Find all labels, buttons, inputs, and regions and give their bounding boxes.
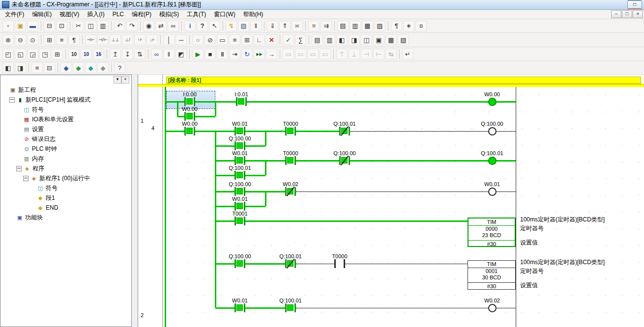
or-contact-icon[interactable]: ⊥⊥ [110, 34, 121, 45]
tree-item-plc-clock[interactable]: ⊙PLC 时钟 [0, 144, 131, 154]
zoom-10-icon[interactable]: 10 [68, 49, 80, 59]
contact-w0-01[interactable] [234, 127, 245, 136]
new-coil-nc-icon[interactable]: ⊘ [205, 34, 216, 45]
output-window-icon[interactable]: ▦ [362, 21, 373, 31]
new-contact-nc-icon[interactable]: ⊣/⊢ [97, 34, 109, 45]
run-to-cursor-icon[interactable]: → [266, 49, 277, 59]
tree-item-memory[interactable]: ▥内存 [0, 154, 131, 164]
zoom-in-icon[interactable]: ⊕ [2, 34, 14, 45]
tim-0001-block[interactable]: TIM000130 BCD#30 [468, 260, 516, 290]
pause-monitoring-icon[interactable]: ‖ [163, 49, 175, 59]
zoom-10-alt-icon[interactable]: 10 [81, 49, 92, 59]
redo-icon[interactable]: ↷ [126, 21, 138, 31]
compile-icon[interactable]: ∑ [295, 34, 306, 45]
contact-q-100-00-nc[interactable] [339, 156, 350, 165]
contact-t0000[interactable] [285, 156, 296, 165]
contact-i-0-00[interactable] [184, 97, 195, 106]
context-help-icon[interactable]: ↖ [209, 21, 220, 31]
show-monitor-icon[interactable]: ◨ [349, 34, 360, 45]
contact-w0-00[interactable] [184, 112, 195, 121]
tree-item-function-blocks[interactable]: ▣功能块 [0, 213, 131, 222]
menu-i[interactable]: 插入(I) [83, 9, 108, 20]
step-run-icon[interactable]: ⇥ [229, 49, 240, 59]
show-io-comment-icon[interactable]: ▣ [373, 34, 384, 45]
new-coil-icon[interactable]: ○ [192, 34, 204, 45]
new-instruction-icon[interactable]: ≡ [229, 34, 240, 45]
copy-icon[interactable]: ◫ [85, 21, 96, 31]
or-contact-nc-icon[interactable]: ⊥/ [122, 34, 133, 45]
view-split-icon[interactable]: ◱ [15, 49, 26, 59]
contact-w0-00[interactable] [184, 127, 195, 136]
pause-monitor-icon[interactable]: ‖ [250, 21, 262, 31]
find-icon[interactable]: ◉ [143, 21, 154, 31]
contact-q-100-01[interactable] [234, 171, 245, 180]
coil-q-100-00[interactable] [488, 127, 497, 136]
list-view-icon[interactable]: ≡ [31, 62, 43, 73]
tree-item-plc[interactable]: ▮新PLC1[CP1H] 监视模式 [0, 95, 131, 105]
undo-icon[interactable]: ↶ [114, 21, 125, 31]
show-output-icon[interactable]: ▤ [312, 34, 323, 45]
cross-reference-icon[interactable]: ▨ [374, 21, 385, 31]
clear-breakpoint-icon[interactable]: ▭ [295, 49, 306, 59]
compare-with-plc-icon[interactable]: ≍ [292, 21, 303, 31]
detail-view-icon[interactable]: ⊟ [44, 62, 55, 73]
tree-item-programs[interactable]: ◈程序 [0, 164, 131, 173]
monitor-window-icon[interactable]: ▤ [337, 21, 349, 31]
options-icon[interactable]: ∗ [403, 21, 414, 31]
diff-down-contact-icon[interactable]: ↓⊦ [146, 34, 158, 45]
show-properties-icon[interactable]: ▧ [398, 34, 409, 45]
contact-w0-01[interactable] [234, 303, 245, 312]
contact-w0-01[interactable] [234, 202, 245, 211]
contact-w0-01[interactable] [234, 156, 245, 165]
scan-run-icon[interactable]: ↻ [241, 49, 253, 59]
tree-item-section-end[interactable]: ◆END [0, 203, 131, 213]
view-normal-icon[interactable]: ◰ [2, 49, 14, 59]
show-symbols-icon[interactable]: ◫ [361, 34, 372, 45]
force-cancel-icon[interactable]: ⊣ [361, 49, 372, 59]
tree-item-io-table[interactable]: ▦IO表和单元设置 [0, 114, 131, 124]
contact-i-0-01[interactable] [236, 97, 247, 106]
show-watch-icon[interactable]: ▥ [324, 34, 335, 45]
coil-w0-00[interactable] [488, 98, 497, 106]
menu-h[interactable]: 帮助(H) [239, 9, 267, 20]
tree-item-symbols[interactable]: ◫符号 [0, 105, 131, 114]
corner-line-icon[interactable]: ∟ [254, 34, 265, 45]
contact-q-100-01-nc[interactable] [285, 259, 296, 268]
tree-item-error-log[interactable]: ⊘错误日志 [0, 134, 131, 144]
new-project-icon[interactable]: ▫ [2, 21, 14, 31]
view-three-icon[interactable]: ◲ [27, 49, 38, 59]
coil-q-100-01[interactable] [488, 157, 497, 165]
menu-t[interactable]: 工具(T) [183, 9, 210, 20]
contact-t0000[interactable] [334, 259, 345, 268]
symbol-other-icon[interactable]: ◆ [97, 62, 109, 73]
horizontal-line-icon[interactable]: ─ [176, 34, 187, 45]
run-icon[interactable]: ▶ [192, 49, 204, 59]
tree-item-settings[interactable]: ▤设置 [0, 124, 131, 134]
save-project-icon[interactable]: ▬ [27, 21, 38, 31]
ladder-editor[interactable]: 142 [段名称 : 段1] TIM000023 BCD#30TIM000130… [138, 75, 644, 327]
search-all-icon[interactable]: ∞ [168, 21, 179, 31]
panel-splitter[interactable] [132, 75, 138, 327]
print-icon[interactable]: ⊟ [44, 21, 55, 31]
monitoring-icon[interactable]: ∞ [151, 49, 162, 59]
view-four-icon[interactable]: ◳ [39, 49, 51, 59]
help-icon[interactable]: ? [197, 21, 208, 31]
replace-icon[interactable]: ⇄ [155, 21, 167, 31]
program-check-icon[interactable]: ✓ [283, 34, 294, 45]
diff-up-contact-icon[interactable]: ↑⊦ [134, 34, 146, 45]
zoom-to-fit-icon[interactable]: ⊙ [27, 34, 38, 45]
customize-icon[interactable]: ¤ [415, 21, 427, 31]
menu-s[interactable]: 模拟(S) [155, 9, 183, 20]
transfer-options-icon[interactable]: ⇉ [321, 21, 332, 31]
work-online-icon[interactable]: ↯ [226, 21, 237, 31]
menu-f[interactable]: 文件(F) [1, 9, 28, 20]
zoom-16-icon[interactable]: 16 [93, 49, 104, 59]
differential-monitor-icon[interactable]: ↹ [385, 49, 397, 59]
stop-icon[interactable]: ■ [205, 49, 216, 59]
move-rung-down-icon[interactable]: ↧ [122, 49, 133, 59]
expander-icon[interactable] [9, 97, 15, 103]
set-breakpoint-icon[interactable]: ▭ [283, 49, 294, 59]
contact-t0000[interactable] [285, 127, 296, 136]
work-online-simulator-icon[interactable]: ≡ [308, 21, 320, 31]
tree-item-program1-symbols[interactable]: ◫符号 [0, 183, 131, 193]
